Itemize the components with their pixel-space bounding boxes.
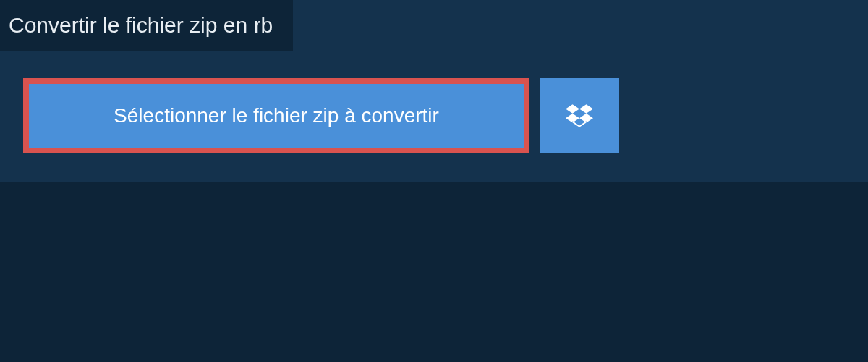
page-title: Convertir le fichier zip en rb — [9, 13, 273, 37]
select-file-label: Sélectionner le fichier zip à convertir — [114, 104, 439, 127]
dropbox-button[interactable] — [540, 78, 619, 153]
converter-panel: Convertir le fichier zip en rb Sélection… — [0, 0, 868, 182]
dropbox-icon — [566, 102, 593, 130]
title-bar: Convertir le fichier zip en rb — [0, 0, 293, 51]
button-row: Sélectionner le fichier zip à convertir — [0, 51, 868, 153]
select-file-button[interactable]: Sélectionner le fichier zip à convertir — [23, 78, 529, 153]
